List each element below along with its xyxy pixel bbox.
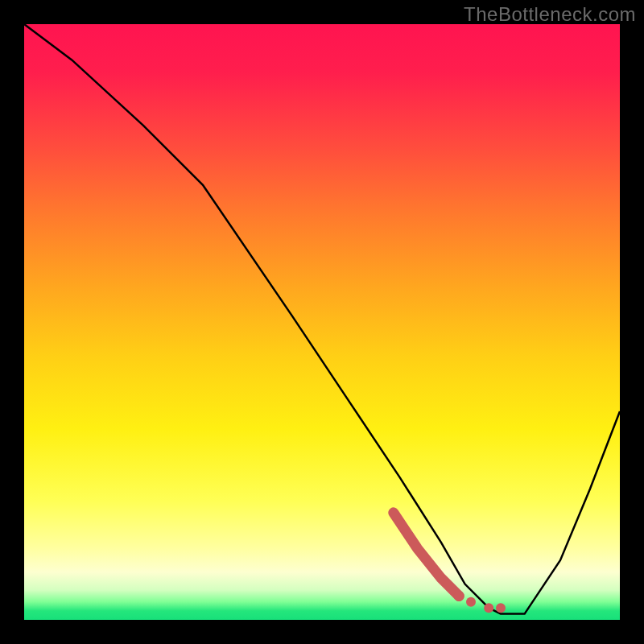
main-curve-line	[24, 24, 620, 614]
chart-svg	[24, 24, 620, 620]
highlight-dot	[454, 591, 464, 601]
watermark-text: TheBottleneck.com	[464, 3, 636, 26]
chart-container: TheBottleneck.com	[0, 0, 644, 644]
highlight-dot	[496, 603, 506, 613]
highlight-dash-segment	[394, 513, 459, 597]
highlight-dot	[466, 597, 476, 607]
highlight-dot	[484, 603, 493, 613]
